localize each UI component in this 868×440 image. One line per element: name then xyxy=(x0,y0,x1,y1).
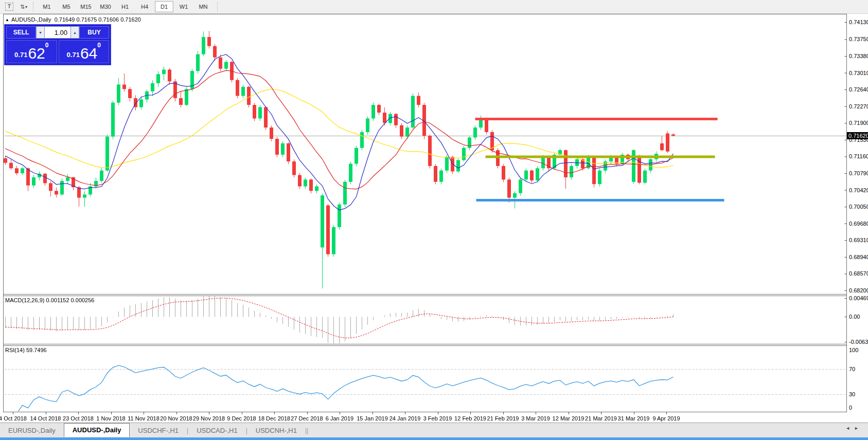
timeframe-button-h1[interactable]: H1 xyxy=(116,1,134,12)
date-tick-mark xyxy=(176,412,177,414)
ask-big-digits: 64 xyxy=(80,46,97,61)
rsi-indicator-label: RSI(14) 59.7496 xyxy=(5,347,47,353)
chart-tab-usdcad[interactable]: USDCAD-,H1 xyxy=(188,425,245,436)
price-tick-label: 0.74130 xyxy=(849,19,867,25)
date-axis[interactable]: 4 Oct 201814 Oct 201823 Oct 20181 Nov 20… xyxy=(0,412,868,423)
timeframe-button-m5[interactable]: M5 xyxy=(57,1,76,12)
date-tick-mark xyxy=(111,412,112,414)
dropdown-caret-icon[interactable]: ▾ xyxy=(25,5,27,9)
date-tick-label: 27 Dec 2018 xyxy=(291,415,323,421)
date-tick-mark xyxy=(666,412,667,414)
date-tick-label: 24 Jan 2019 xyxy=(389,415,421,421)
date-tick-label: 31 Mar 2019 xyxy=(618,415,650,421)
price-tick-label: 0.73750 xyxy=(849,36,867,42)
date-tick-label: 23 Oct 2018 xyxy=(63,415,94,421)
date-tick-mark xyxy=(601,412,601,414)
toolbar-separator xyxy=(33,2,34,11)
date-tick-label: 3 Mar 2019 xyxy=(521,415,550,421)
timeframe-button-w1[interactable]: W1 xyxy=(174,1,193,12)
bid-price-display[interactable]: 0.71 62 0 xyxy=(6,40,57,63)
timeframe-button-m30[interactable]: M30 xyxy=(96,1,115,12)
date-tick-label: 11 Nov 2018 xyxy=(128,415,160,421)
bid-prefix: 0.71 xyxy=(14,49,27,61)
ask-price-display[interactable]: 0.71 64 0 xyxy=(59,40,110,63)
ask-pipette: 0 xyxy=(97,43,101,48)
toolbar-separator xyxy=(217,2,218,11)
date-tick-mark xyxy=(569,412,569,414)
chart-title: ▲AUDUSD-,Daily 0.71649 0.71675 0.71606 0… xyxy=(5,16,141,23)
macd-tick-label: -0.00639 xyxy=(849,339,867,345)
date-tick-mark xyxy=(536,412,536,414)
price-tick-label: 0.68200 xyxy=(849,287,867,294)
volume-increase-button[interactable]: ▲ xyxy=(70,26,79,39)
window-bottom-strip xyxy=(0,437,868,440)
date-tick-label: 18 Dec 2018 xyxy=(258,415,290,421)
date-tick-mark xyxy=(274,412,275,414)
date-tick-label: 3 Feb 2019 xyxy=(423,415,452,421)
price-tick-label: 0.72270 xyxy=(849,103,867,109)
chart-tab-eurusd[interactable]: EURUSD-,Daily xyxy=(0,425,64,436)
date-tick-label: 21 Feb 2019 xyxy=(487,415,519,421)
date-tick-label: 12 Mar 2019 xyxy=(553,415,584,421)
chart-window: ▲AUDUSD-,Daily 0.71649 0.71675 0.71606 0… xyxy=(0,14,868,412)
macd-indicator-label: MACD(12,26,9) 0.001152 0.000256 xyxy=(5,297,94,303)
chart-tab-usdchf[interactable]: USDCHF-,H1 xyxy=(130,425,187,436)
date-tick-mark xyxy=(307,412,308,414)
rsi-tick-label: 30 xyxy=(849,391,867,397)
chart-symbol-label: AUDUSD-,Daily xyxy=(11,16,51,23)
one-click-trading-panel: SELL ▼ ▲ BUY 0.71 62 0 0.71 64 0 xyxy=(4,24,111,65)
date-tick-mark xyxy=(405,412,405,414)
date-tick-mark xyxy=(13,412,13,414)
collapse-arrow-icon[interactable]: ▲ xyxy=(5,17,9,22)
price-tick-label: 0.71900 xyxy=(849,120,867,126)
price-tick-label: 0.70050 xyxy=(849,204,867,210)
date-tick-mark xyxy=(144,412,144,414)
bid-pipette: 0 xyxy=(45,43,49,48)
timeframe-button-m1[interactable]: M1 xyxy=(38,1,56,12)
timeframe-button-d1[interactable]: D1 xyxy=(155,1,173,12)
price-chart-canvas[interactable] xyxy=(3,14,847,412)
buy-button[interactable]: BUY xyxy=(79,26,109,39)
tab-scroll-left-icon[interactable]: ◄ xyxy=(845,426,854,431)
tab-separator: | xyxy=(307,427,308,434)
date-tick-mark xyxy=(209,412,209,414)
tab-scroll-arrows: ◄► xyxy=(845,426,863,431)
date-tick-label: 14 Oct 2018 xyxy=(30,415,61,421)
bid-big-digits: 62 xyxy=(28,46,45,61)
sell-button[interactable]: SELL xyxy=(6,26,36,39)
date-tick-label: 21 Mar 2019 xyxy=(585,415,617,421)
date-tick-mark xyxy=(634,412,634,414)
price-tick-label: 0.68570 xyxy=(849,270,867,277)
price-tick-label: 0.69680 xyxy=(849,221,867,227)
date-tick-mark xyxy=(503,412,504,414)
timeframe-button-m15[interactable]: M15 xyxy=(77,1,95,12)
arrange-windows-icon[interactable]: ⇅ ▾ xyxy=(19,2,29,11)
price-tick-label: 0.69310 xyxy=(849,237,867,243)
timeframe-button-group: M1M5M15M30H1H4D1W1MN xyxy=(37,1,213,12)
volume-input[interactable] xyxy=(45,26,70,39)
tab-scroll-right-icon[interactable]: ► xyxy=(854,426,863,431)
chart-tab-bar: EURUSD-,DailyAUDUSD-,DailyUSDCHF-,H1|USD… xyxy=(0,423,868,438)
price-tick-label: 0.73010 xyxy=(849,70,867,76)
volume-decrease-button[interactable]: ▼ xyxy=(36,26,45,39)
date-tick-label: 4 Oct 2018 xyxy=(0,415,27,421)
date-tick-mark xyxy=(242,412,242,414)
macd-tick-label: 0.00 xyxy=(849,314,867,320)
date-tick-mark xyxy=(470,412,471,414)
date-tick-mark xyxy=(373,412,373,414)
date-tick-label: 15 Jan 2019 xyxy=(357,415,388,421)
price-tick-label: 0.70790 xyxy=(849,170,867,176)
date-tick-label: 12 Feb 2019 xyxy=(454,415,486,421)
price-tick-label: 0.68940 xyxy=(849,254,867,260)
price-tick-label: 0.71160 xyxy=(849,153,867,159)
timeframe-button-mn[interactable]: MN xyxy=(194,1,212,12)
date-tick-label: 6 Jan 2019 xyxy=(326,415,353,421)
timeframe-button-h4[interactable]: H4 xyxy=(135,1,154,12)
date-tick-label: 20 Nov 2018 xyxy=(160,415,192,421)
price-tick-label: 0.73380 xyxy=(849,53,867,59)
chart-tab-usdcnh[interactable]: USDCNH-,H1 xyxy=(247,425,305,436)
text-select-icon[interactable]: T xyxy=(4,2,14,11)
date-tick-mark xyxy=(340,412,340,414)
ask-prefix: 0.71 xyxy=(67,49,80,61)
chart-tab-audusd[interactable]: AUDUSD-,Daily xyxy=(64,423,130,437)
